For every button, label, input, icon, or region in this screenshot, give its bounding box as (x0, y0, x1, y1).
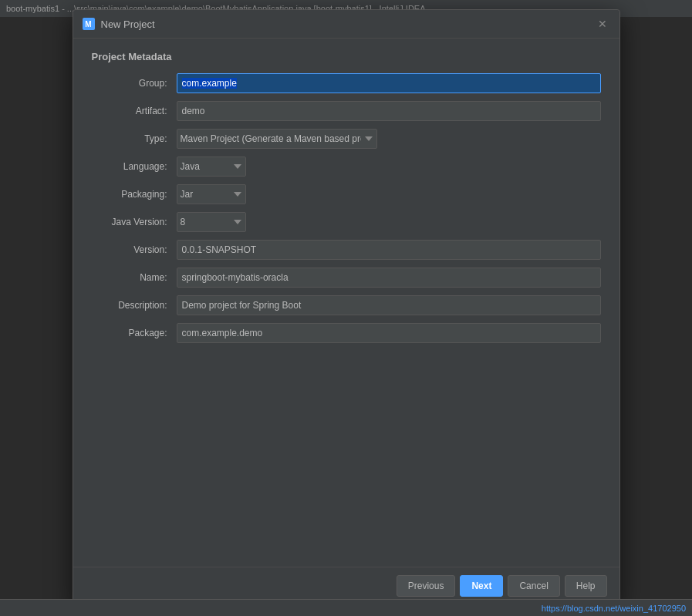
package-label: Package: (92, 328, 177, 338)
group-row: Group: (92, 73, 601, 93)
type-label: Type: (92, 133, 177, 144)
help-button[interactable]: Help (565, 575, 607, 597)
version-label: Version: (92, 244, 177, 255)
next-button[interactable]: Next (460, 575, 503, 597)
section-title: Project Metadata (92, 51, 601, 62)
java-version-select[interactable]: 8 11 17 (177, 212, 246, 232)
name-input[interactable] (177, 268, 601, 288)
language-label: Language: (92, 161, 177, 172)
description-label: Description: (92, 300, 177, 311)
dialog-icon: M (83, 18, 95, 30)
name-row: Name: (92, 268, 601, 288)
new-project-dialog: M New Project ✕ Project Metadata Group: … (73, 9, 620, 607)
packaging-select[interactable]: Jar War (177, 184, 246, 204)
packaging-label: Packaging: (92, 189, 177, 200)
packaging-row: Packaging: Jar War (92, 184, 601, 204)
dialog-overlay: M New Project ✕ Project Metadata Group: … (0, 0, 692, 616)
status-bar: https://blog.csdn.net/weixin_41702950 (0, 599, 692, 616)
type-select[interactable]: Maven Project (Generate a Maven based pr… (177, 129, 377, 149)
version-input[interactable] (177, 240, 601, 260)
close-button[interactable]: ✕ (595, 16, 610, 32)
dialog-title-bar: M New Project ✕ (73, 10, 619, 39)
artifact-input[interactable] (177, 101, 601, 121)
type-row: Type: Maven Project (Generate a Maven ba… (92, 129, 601, 149)
group-label: Group: (92, 78, 177, 89)
description-row: Description: (92, 295, 601, 315)
version-row: Version: (92, 240, 601, 260)
group-input[interactable] (177, 73, 601, 93)
language-row: Language: Java Kotlin Groovy (92, 157, 601, 177)
dialog-content: Project Metadata Group: Artifact: Type: … (73, 39, 619, 567)
status-url: https://blog.csdn.net/weixin_41702950 (542, 604, 686, 613)
cancel-button[interactable]: Cancel (508, 575, 559, 597)
name-label: Name: (92, 272, 177, 283)
previous-button[interactable]: Previous (397, 575, 456, 597)
artifact-label: Artifact: (92, 106, 177, 116)
package-input[interactable] (177, 323, 601, 343)
dialog-title: New Project (101, 19, 595, 30)
java-version-row: Java Version: 8 11 17 (92, 212, 601, 232)
description-input[interactable] (177, 295, 601, 315)
package-row: Package: (92, 323, 601, 343)
content-spacer (92, 351, 601, 551)
java-version-label: Java Version: (92, 217, 177, 227)
language-select[interactable]: Java Kotlin Groovy (177, 157, 246, 177)
artifact-row: Artifact: (92, 101, 601, 121)
